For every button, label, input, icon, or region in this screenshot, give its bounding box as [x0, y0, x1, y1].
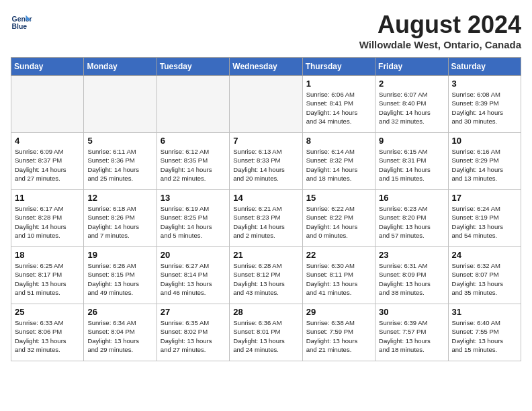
cell-text: Sunrise: 6:38 AM Sunset: 7:59 PM Dayligh…: [306, 318, 371, 354]
calendar-cell: 19Sunrise: 6:26 AM Sunset: 8:15 PM Dayli…: [84, 247, 157, 304]
cell-text: Sunrise: 6:26 AM Sunset: 8:15 PM Dayligh…: [87, 261, 152, 297]
cell-text: Sunrise: 6:15 AM Sunset: 8:31 PM Dayligh…: [379, 147, 444, 183]
cell-text: Sunrise: 6:07 AM Sunset: 8:40 PM Dayligh…: [379, 90, 444, 126]
day-number: 8: [306, 136, 371, 146]
cell-text: Sunrise: 6:11 AM Sunset: 8:36 PM Dayligh…: [87, 147, 152, 183]
calendar-cell: [11, 76, 84, 133]
day-number: 1: [306, 79, 371, 89]
cell-text: Sunrise: 6:24 AM Sunset: 8:19 PM Dayligh…: [452, 204, 517, 240]
day-number: 22: [306, 250, 371, 260]
calendar-cell: 28Sunrise: 6:36 AM Sunset: 8:01 PM Dayli…: [230, 304, 302, 361]
cell-text: Sunrise: 6:32 AM Sunset: 8:07 PM Dayligh…: [452, 261, 517, 297]
location-title: Willowdale West, Ontario, Canada: [359, 39, 521, 50]
day-number: 16: [379, 193, 444, 203]
calendar-cell: 17Sunrise: 6:24 AM Sunset: 8:19 PM Dayli…: [448, 190, 521, 247]
calendar-cell: 25Sunrise: 6:33 AM Sunset: 8:06 PM Dayli…: [11, 304, 84, 361]
calendar-cell: 26Sunrise: 6:34 AM Sunset: 8:04 PM Dayli…: [84, 304, 157, 361]
calendar-cell: 11Sunrise: 6:17 AM Sunset: 8:28 PM Dayli…: [11, 190, 84, 247]
calendar-cell: 29Sunrise: 6:38 AM Sunset: 7:59 PM Dayli…: [302, 304, 375, 361]
day-number: 31: [452, 307, 517, 317]
calendar-cell: 18Sunrise: 6:25 AM Sunset: 8:17 PM Dayli…: [11, 247, 84, 304]
cell-text: Sunrise: 6:30 AM Sunset: 8:11 PM Dayligh…: [306, 261, 371, 297]
calendar-cell: 21Sunrise: 6:28 AM Sunset: 8:12 PM Dayli…: [230, 247, 302, 304]
calendar-cell: 12Sunrise: 6:18 AM Sunset: 8:26 PM Dayli…: [84, 190, 157, 247]
calendar-cell: 4Sunrise: 6:09 AM Sunset: 8:37 PM Daylig…: [11, 133, 84, 190]
calendar-cell: 5Sunrise: 6:11 AM Sunset: 8:36 PM Daylig…: [84, 133, 157, 190]
cell-text: Sunrise: 6:14 AM Sunset: 8:32 PM Dayligh…: [306, 147, 371, 183]
day-number: 23: [379, 250, 444, 260]
cell-text: Sunrise: 6:12 AM Sunset: 8:35 PM Dayligh…: [161, 147, 226, 183]
day-number: 25: [15, 307, 80, 317]
calendar-cell: 20Sunrise: 6:27 AM Sunset: 8:14 PM Dayli…: [157, 247, 229, 304]
calendar-cell: 15Sunrise: 6:22 AM Sunset: 8:22 PM Dayli…: [302, 190, 375, 247]
day-number: 20: [161, 250, 226, 260]
calendar-cell: 13Sunrise: 6:19 AM Sunset: 8:25 PM Dayli…: [157, 190, 229, 247]
day-number: 21: [233, 250, 298, 260]
day-number: 9: [379, 136, 444, 146]
cell-text: Sunrise: 6:09 AM Sunset: 8:37 PM Dayligh…: [15, 147, 80, 183]
calendar-cell: 6Sunrise: 6:12 AM Sunset: 8:35 PM Daylig…: [157, 133, 229, 190]
day-number: 13: [161, 193, 226, 203]
calendar-cell: 7Sunrise: 6:13 AM Sunset: 8:33 PM Daylig…: [230, 133, 302, 190]
cell-text: Sunrise: 6:39 AM Sunset: 7:57 PM Dayligh…: [379, 318, 444, 354]
cell-text: Sunrise: 6:35 AM Sunset: 8:02 PM Dayligh…: [161, 318, 226, 354]
cell-text: Sunrise: 6:22 AM Sunset: 8:22 PM Dayligh…: [306, 204, 371, 240]
calendar-cell: 22Sunrise: 6:30 AM Sunset: 8:11 PM Dayli…: [302, 247, 375, 304]
cell-text: Sunrise: 6:27 AM Sunset: 8:14 PM Dayligh…: [161, 261, 226, 297]
calendar-cell: 24Sunrise: 6:32 AM Sunset: 8:07 PM Dayli…: [448, 247, 521, 304]
calendar-cell: 27Sunrise: 6:35 AM Sunset: 8:02 PM Dayli…: [157, 304, 229, 361]
day-header-sunday: Sunday: [11, 58, 84, 76]
day-number: 5: [87, 136, 152, 146]
day-header-wednesday: Wednesday: [230, 58, 302, 76]
day-number: 11: [15, 193, 80, 203]
day-number: 30: [379, 307, 444, 317]
day-number: 12: [87, 193, 152, 203]
calendar-cell: 23Sunrise: 6:31 AM Sunset: 8:09 PM Dayli…: [375, 247, 448, 304]
day-header-thursday: Thursday: [302, 58, 375, 76]
cell-text: Sunrise: 6:06 AM Sunset: 8:41 PM Dayligh…: [306, 90, 371, 126]
calendar-cell: 2Sunrise: 6:07 AM Sunset: 8:40 PM Daylig…: [375, 76, 448, 133]
calendar-cell: 30Sunrise: 6:39 AM Sunset: 7:57 PM Dayli…: [375, 304, 448, 361]
day-number: 4: [15, 136, 80, 146]
header: General Blue August 2024 Willowdale West…: [11, 11, 521, 50]
cell-text: Sunrise: 6:25 AM Sunset: 8:17 PM Dayligh…: [15, 261, 80, 297]
calendar-cell: 14Sunrise: 6:21 AM Sunset: 8:23 PM Dayli…: [230, 190, 302, 247]
cell-text: Sunrise: 6:31 AM Sunset: 8:09 PM Dayligh…: [379, 261, 444, 297]
day-number: 3: [452, 79, 517, 89]
cell-text: Sunrise: 6:18 AM Sunset: 8:26 PM Dayligh…: [87, 204, 152, 240]
cell-text: Sunrise: 6:16 AM Sunset: 8:29 PM Dayligh…: [452, 147, 517, 183]
day-header-monday: Monday: [84, 58, 157, 76]
day-number: 17: [452, 193, 517, 203]
logo: General Blue: [11, 11, 32, 32]
svg-text:Blue: Blue: [12, 23, 28, 30]
day-header-saturday: Saturday: [448, 58, 521, 76]
cell-text: Sunrise: 6:36 AM Sunset: 8:01 PM Dayligh…: [233, 318, 298, 354]
calendar-cell: 10Sunrise: 6:16 AM Sunset: 8:29 PM Dayli…: [448, 133, 521, 190]
day-number: 26: [87, 307, 152, 317]
day-number: 24: [452, 250, 517, 260]
logo-icon: General Blue: [11, 11, 32, 32]
day-header-friday: Friday: [375, 58, 448, 76]
calendar-cell: 3Sunrise: 6:08 AM Sunset: 8:39 PM Daylig…: [448, 76, 521, 133]
cell-text: Sunrise: 6:08 AM Sunset: 8:39 PM Dayligh…: [452, 90, 517, 126]
day-number: 15: [306, 193, 371, 203]
calendar-cell: 16Sunrise: 6:23 AM Sunset: 8:20 PM Dayli…: [375, 190, 448, 247]
day-number: 7: [233, 136, 298, 146]
day-number: 2: [379, 79, 444, 89]
day-number: 19: [87, 250, 152, 260]
cell-text: Sunrise: 6:19 AM Sunset: 8:25 PM Dayligh…: [161, 204, 226, 240]
cell-text: Sunrise: 6:23 AM Sunset: 8:20 PM Dayligh…: [379, 204, 444, 240]
calendar-cell: [230, 76, 302, 133]
calendar-cell: [157, 76, 229, 133]
calendar-cell: 31Sunrise: 6:40 AM Sunset: 7:55 PM Dayli…: [448, 304, 521, 361]
day-number: 14: [233, 193, 298, 203]
day-number: 29: [306, 307, 371, 317]
calendar-cell: 1Sunrise: 6:06 AM Sunset: 8:41 PM Daylig…: [302, 76, 375, 133]
calendar-table: SundayMondayTuesdayWednesdayThursdayFrid…: [11, 57, 521, 361]
cell-text: Sunrise: 6:33 AM Sunset: 8:06 PM Dayligh…: [15, 318, 80, 354]
cell-text: Sunrise: 6:34 AM Sunset: 8:04 PM Dayligh…: [87, 318, 152, 354]
cell-text: Sunrise: 6:21 AM Sunset: 8:23 PM Dayligh…: [233, 204, 298, 240]
day-number: 18: [15, 250, 80, 260]
day-number: 6: [161, 136, 226, 146]
cell-text: Sunrise: 6:17 AM Sunset: 8:28 PM Dayligh…: [15, 204, 80, 240]
